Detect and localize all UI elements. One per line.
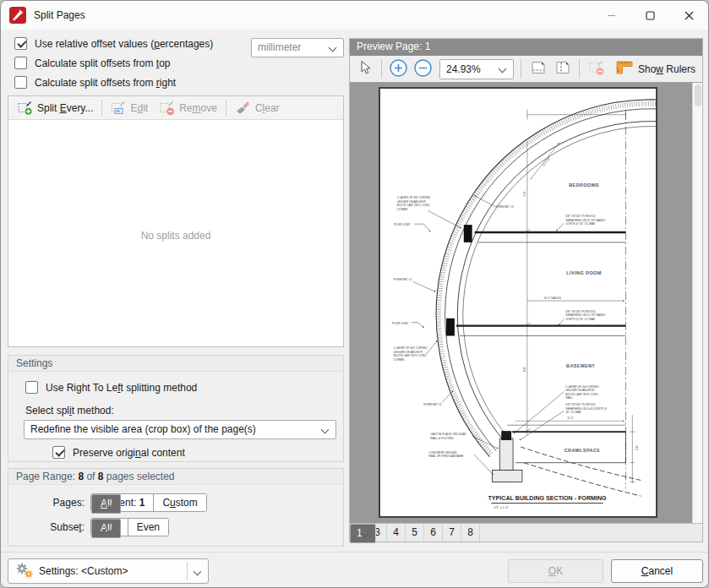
floor-lines — [456, 232, 626, 463]
ok-button[interactable]: OK — [508, 559, 603, 583]
page-tab-1[interactable]: 1 — [350, 524, 376, 543]
split-horizontal-button[interactable] — [526, 58, 549, 80]
dim-vertical-3: 4'-0" — [635, 445, 639, 450]
dome-wall-arcs — [436, 100, 656, 457]
page-tab-7[interactable]: 7 — [443, 524, 461, 542]
ledger-block-upper — [464, 225, 472, 242]
room-label-basement: BASEMENT — [566, 363, 595, 368]
rtl-splitting-label[interactable]: Use Right To Left splitting method — [46, 382, 197, 394]
note-ground-seal: SEAL OR THIN SLAB BASE — [428, 455, 464, 458]
settings-preset-button[interactable]: Settings: <Custom> — [8, 558, 209, 584]
rtl-splitting-checkbox[interactable] — [25, 381, 38, 394]
room-label-living: LIVING ROOM — [566, 270, 601, 275]
settings-preset-label: Settings: <Custom> — [39, 565, 128, 577]
pointer-icon — [358, 60, 372, 78]
ledger-block-lower — [446, 318, 455, 336]
dim-radius: 16'-0" RADIUS — [544, 297, 561, 300]
settings-group: Settings Use Right To Left splitting met… — [8, 355, 344, 462]
app-icon — [9, 7, 26, 24]
page-tab-5[interactable]: 5 — [406, 524, 424, 542]
offsets-from-top-row: Calculate split offsets from top — [14, 57, 171, 69]
show-rulers-button[interactable]: Show Rulers — [615, 59, 695, 79]
split-every-icon — [18, 101, 33, 116]
zoom-in-icon — [389, 58, 408, 80]
preview-scrollbar-thumb[interactable] — [695, 84, 701, 106]
page-tab-4[interactable]: 4 — [387, 524, 406, 542]
preview-viewport[interactable]: BEDROOMS LIVING ROOM BASEMENT CRAWLSPACE… — [350, 83, 702, 523]
subset-all-button[interactable]: All — [91, 519, 121, 536]
zoom-in-button[interactable] — [387, 58, 410, 80]
close-button[interactable] — [669, 1, 708, 30]
relative-offsets-label[interactable]: Use relative offset values (percentages) — [35, 38, 213, 50]
remove-split-button[interactable]: Remove — [154, 99, 223, 117]
note-form-set-3: FORM SET #3 — [495, 205, 513, 209]
offsets-from-top-checkbox[interactable] — [14, 57, 27, 69]
note-ledger-upper: 1 LAYER OF 3/4" CURVED — [397, 197, 431, 200]
preview-toolbar: 24.93% Show Rulers — [350, 56, 702, 83]
edit-split-button[interactable]: Edit — [105, 99, 154, 117]
subset-even-button[interactable]: Even — [128, 519, 168, 536]
split-vertical-button[interactable] — [551, 58, 574, 80]
edit-split-label: Edit — [130, 102, 148, 114]
note-ledger-lower: 1 LAYER OF 3/4" CURVED — [394, 346, 428, 350]
split-vertical-icon — [554, 59, 571, 79]
subset-label: Subset: — [15, 521, 85, 533]
clear-splits-button[interactable]: Clear — [229, 99, 286, 117]
maximize-button[interactable] — [630, 1, 669, 30]
zoom-level-select[interactable]: 24.93% — [439, 59, 514, 79]
split-method-label: Select split method: — [25, 405, 114, 416]
preview-scrollbar[interactable] — [692, 83, 702, 523]
preserve-content-checkbox[interactable] — [52, 446, 65, 459]
page-range-header: Page Range: 8 of 8 pages selected — [8, 469, 343, 485]
pages-segmented-control: All Current: 1 Custom — [90, 493, 207, 512]
note-ledger-lower: BOLTS CAST INTO CONC — [394, 354, 428, 357]
page-tab-6[interactable]: 6 — [424, 524, 443, 542]
offsets-from-top-label[interactable]: Calculate split offsets from top — [35, 57, 171, 69]
pages-row: Pages: All Current: 1 Custom — [15, 493, 207, 512]
split-every-button[interactable]: Split Every... — [12, 99, 99, 117]
relative-offsets-checkbox[interactable] — [14, 37, 27, 50]
note-ledger-crawl: BOLTS CAST INTO CONC — [565, 393, 599, 396]
note-plywood-crawl: 16" OC MAX — [565, 411, 581, 414]
offsets-from-right-checkbox[interactable] — [14, 76, 27, 89]
note-plywood-mid: JOISTS @ 16" OC MAX — [565, 318, 596, 321]
window-controls — [592, 1, 708, 30]
gears-icon — [14, 561, 35, 582]
page-tab-8[interactable]: 8 — [461, 524, 480, 542]
offsets-from-right-label[interactable]: Calculate split offsets from right — [35, 77, 176, 89]
architectural-drawing: BEDROOMS LIVING ROOM BASEMENT CRAWLSPACE… — [380, 89, 656, 516]
minimize-button[interactable] — [592, 1, 630, 30]
room-label-crawlspace: CRAWLSPACE — [564, 448, 601, 453]
toolbar-separator — [579, 59, 580, 79]
note-form-set-2: FORM SET #2 — [394, 278, 412, 281]
note-cast-in-place: WALL & FOOTING — [430, 437, 454, 440]
unit-select[interactable]: millimeter — [251, 38, 344, 57]
left-panel: Use relative offset values (percentages)… — [8, 35, 344, 548]
note-ledger-crawl: LEDGER ON ANCHOR — [565, 389, 595, 392]
dimension-lines — [515, 110, 635, 484]
room-label-bedrooms: BEDROOMS — [569, 182, 599, 188]
cancel-button[interactable]: Cancel — [611, 559, 703, 583]
zoom-out-icon — [413, 58, 433, 80]
note-ground-seal: CONCRETE GROUND — [428, 451, 457, 455]
pointer-tool-button[interactable] — [353, 58, 376, 80]
split-method-select[interactable]: Redefine the visible area (crop box) of … — [24, 420, 336, 439]
toolbar-separator — [101, 100, 102, 117]
toolbar-separator — [521, 59, 521, 79]
preserve-content-label[interactable]: Preserve original content — [73, 447, 185, 459]
zoom-out-button[interactable] — [412, 58, 434, 80]
splits-list[interactable]: No splits added — [8, 120, 343, 346]
pages-custom-button[interactable]: Custom — [154, 494, 205, 511]
note-ledger-upper: BOLTS CAST INTO CONC — [397, 204, 431, 207]
settings-preset-chevron[interactable] — [188, 559, 208, 583]
ruler-icon — [615, 59, 634, 79]
note-plywood-mid: SHEATHING ON 11 7/8" BANJO — [565, 313, 606, 317]
subset-row: Subset: All Odd Even — [15, 518, 169, 536]
unit-select-value: millimeter — [258, 41, 301, 53]
dim-vertical-2: 8'-0" — [523, 367, 526, 372]
pages-all-button[interactable]: All — [91, 494, 121, 512]
note-form-set-1: FORM SET #1 — [423, 403, 441, 406]
remove-preview-split-button[interactable] — [585, 58, 608, 80]
preview-page[interactable]: BEDROOMS LIVING ROOM BASEMENT CRAWLSPACE… — [379, 87, 657, 518]
remove-split-label: Remove — [179, 102, 217, 114]
